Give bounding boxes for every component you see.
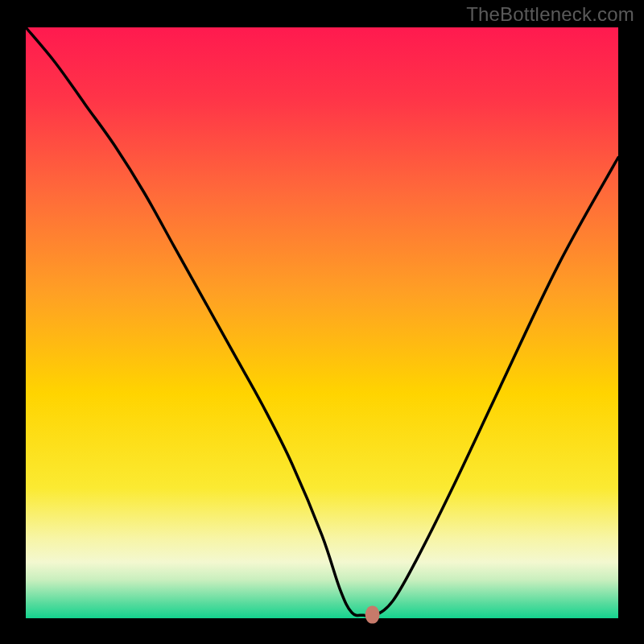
bottleneck-plot xyxy=(0,0,644,644)
optimum-marker xyxy=(365,606,380,624)
chart-frame: TheBottleneck.com xyxy=(0,0,644,644)
